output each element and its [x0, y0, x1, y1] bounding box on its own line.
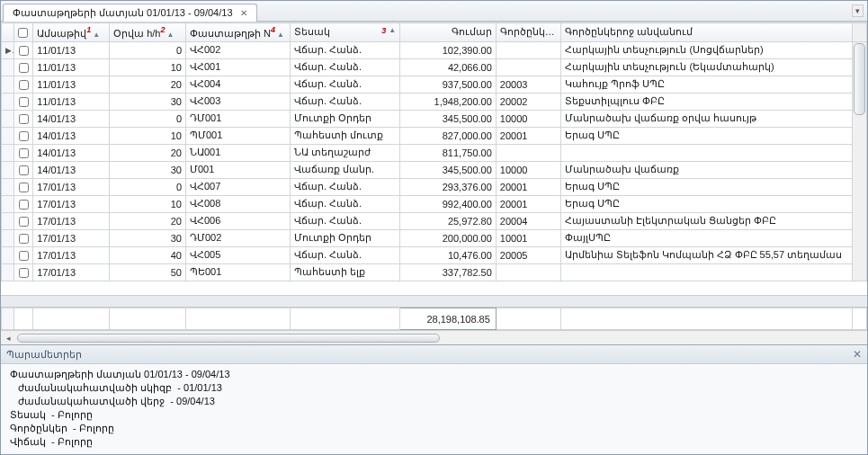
- row-checkbox[interactable]: [19, 80, 29, 90]
- cell-amount: 10,476.00: [400, 246, 497, 263]
- row-checkbox[interactable]: [19, 131, 29, 141]
- row-indicator: [2, 195, 14, 212]
- cell-date: 14/01/13: [33, 110, 110, 127]
- hscroll-thumb[interactable]: [17, 334, 440, 343]
- tab-menu-dropdown[interactable]: ▾: [852, 4, 864, 17]
- sort-asc-icon: ▲: [93, 31, 100, 39]
- row-checkbox[interactable]: [19, 251, 29, 261]
- row-indicator: [2, 127, 14, 144]
- table-row[interactable]: 14/01/130ԴՄ001Մուտքի Օրդեր345,500.001000…: [2, 110, 867, 127]
- table-row[interactable]: 11/01/1310ՎՀ001Վճար. Հանձ.42,066.00Հարկա…: [2, 58, 867, 76]
- cell-day: 0: [110, 178, 186, 195]
- parameters-title: Պարամետրեր: [6, 349, 82, 361]
- cell-docnum: ՎՀ005: [186, 246, 291, 263]
- cell-date: 17/01/13: [33, 178, 110, 195]
- cell-day: 0: [110, 41, 186, 58]
- col-partner-name[interactable]: Գործընկերոջ անվանում: [561, 23, 853, 42]
- row-indicator: [2, 93, 14, 110]
- cell-date: 17/01/13: [33, 212, 110, 229]
- row-checkbox[interactable]: [19, 97, 29, 107]
- table-row[interactable]: 11/01/1320ՎՀ004Վճար. Հանձ.937,500.002000…: [2, 76, 867, 93]
- row-checkbox[interactable]: [19, 63, 29, 73]
- cell-partner-name: Երագ ՍՊԸ: [561, 178, 853, 195]
- cell-partner: [496, 41, 560, 58]
- row-checkbox[interactable]: [19, 234, 29, 244]
- cell-amount: 937,500.00: [400, 76, 497, 93]
- cell-date: 11/01/13: [33, 58, 110, 76]
- table-row[interactable]: 17/01/1330ԴՄ002Մուտքի Օրդեր200,000.00100…: [2, 229, 867, 246]
- cell-amount: 102,390.00: [400, 41, 497, 58]
- cell-docnum: ՊԵ001: [186, 263, 291, 281]
- cell-amount: 345,500.00: [400, 161, 497, 178]
- row-checkbox[interactable]: [19, 200, 29, 210]
- sort-asc-icon: ▲: [277, 31, 284, 39]
- cell-day: 0: [110, 110, 186, 127]
- cell-docnum: ՊՄ001: [186, 127, 291, 144]
- row-checkbox[interactable]: [19, 46, 29, 56]
- table-row[interactable]: 17/01/1320ՎՀ006Վճար. Հանձ.25,972.8020004…: [2, 212, 867, 229]
- tab-documents-journal[interactable]: Փաստաթղթերի մատյան 01/01/13 - 09/04/13 ✕: [3, 4, 257, 22]
- col-day[interactable]: Օրվա h/h2▲: [110, 23, 186, 42]
- cell-type: Վճար. Հանձ.: [290, 195, 399, 212]
- scroll-left-icon[interactable]: ◂: [3, 334, 14, 343]
- row-indicator: [2, 229, 14, 246]
- cell-date: 14/01/13: [33, 127, 110, 144]
- table-row[interactable]: 17/01/130ՎՀ007Վճար. Հանձ.293,376.0020001…: [2, 178, 867, 195]
- col-check[interactable]: [14, 23, 33, 42]
- table-row[interactable]: 17/01/1310ՎՀ008Վճար. Հանձ.992,400.002000…: [2, 195, 867, 212]
- data-table: Ամսաթիվ1▲ Օրվա h/h2▲ Փաստաթղթի N4▲ Տեսակ…: [1, 22, 867, 281]
- row-checkbox[interactable]: [19, 217, 29, 227]
- table-row[interactable]: 17/01/1340ՎՀ005Վճար. Հանձ.10,476.0020005…: [2, 246, 867, 263]
- cell-date: 17/01/13: [33, 246, 110, 263]
- parameters-body: Փաստաթղթերի մատյան 01/01/13 - 09/04/13 ժ…: [1, 364, 867, 452]
- col-marker[interactable]: [2, 23, 14, 42]
- close-icon[interactable]: ✕: [238, 8, 249, 18]
- cell-amount: 811,750.00: [400, 144, 497, 161]
- cell-partner-name: ՓայլՍՊԸ: [561, 229, 853, 246]
- cell-partner: 10000: [496, 110, 560, 127]
- cell-partner: 20004: [496, 212, 560, 229]
- table-row[interactable]: ▶11/01/130ՎՀ002Վճար. Հանձ.102,390.00Հարկ…: [2, 41, 867, 58]
- cell-type: Վճար. Հանձ.: [290, 41, 399, 58]
- table-row[interactable]: 14/01/1320ՆԱ001ՆԱ տեղաշարժ811,750.00: [2, 144, 867, 161]
- cell-type: Մուտքի Օրդեր: [290, 110, 399, 127]
- cell-partner-name: Երագ ՍՊԸ: [561, 195, 853, 212]
- cell-date: 11/01/13: [33, 41, 110, 58]
- col-partner[interactable]: Գործընկեր: [496, 23, 560, 42]
- cell-partner: 10001: [496, 229, 560, 246]
- table-row[interactable]: 14/01/1310ՊՄ001Պահեստի մուտք827,000.0020…: [2, 127, 867, 144]
- cell-partner-name: Կահույք Պրոֆ ՍՊԸ: [561, 76, 853, 93]
- cell-partner: [496, 144, 560, 161]
- row-checkbox[interactable]: [19, 114, 29, 124]
- col-type[interactable]: Տեսակ▲3: [290, 23, 399, 42]
- col-docnum[interactable]: Փաստաթղթի N4▲: [186, 23, 291, 42]
- cell-day: 30: [110, 93, 186, 110]
- row-checkbox[interactable]: [19, 183, 29, 192]
- row-checkbox[interactable]: [19, 268, 29, 278]
- vscroll[interactable]: [853, 23, 867, 42]
- param-line: Գործընկեր - Բոլորը: [10, 422, 858, 435]
- row-indicator: [2, 144, 14, 161]
- cell-partner-name: [561, 144, 853, 161]
- cell-type: Վաճառք մանր.: [290, 161, 399, 178]
- table-row[interactable]: 17/01/1350ՊԵ001Պահեստի ելք337,782.50: [2, 263, 867, 281]
- hscrollbar[interactable]: ◂: [1, 330, 867, 344]
- vscroll-thumb[interactable]: [854, 43, 865, 115]
- table-row[interactable]: 11/01/1330ՎՀ003Վճար. Հանձ.1,948,200.0020…: [2, 93, 867, 110]
- table-row[interactable]: 14/01/1330Մ001Վաճառք մանր.345,500.001000…: [2, 161, 867, 178]
- parameters-panel: Պարամետրեր ✕ Փաստաթղթերի մատյան 01/01/13…: [1, 344, 867, 454]
- close-icon[interactable]: ✕: [853, 348, 862, 361]
- row-checkbox[interactable]: [19, 148, 29, 158]
- cell-type: Վճար. Հանձ.: [290, 58, 399, 76]
- row-indicator: ▶: [2, 41, 14, 58]
- cell-partner-name: Մանրածախ վաճառք: [561, 161, 853, 178]
- select-all-checkbox[interactable]: [18, 28, 28, 38]
- row-checkbox[interactable]: [19, 165, 29, 175]
- col-amount[interactable]: Գումար: [400, 23, 497, 42]
- row-indicator: [2, 178, 14, 195]
- col-date[interactable]: Ամսաթիվ1▲: [33, 23, 110, 42]
- parameters-header[interactable]: Պարամետրեր ✕: [1, 345, 867, 364]
- vscrollbar[interactable]: [853, 41, 867, 281]
- cell-partner-name: Մանրածախ վաճառք օրվա հասույթ: [561, 110, 853, 127]
- cell-partner: [496, 58, 560, 76]
